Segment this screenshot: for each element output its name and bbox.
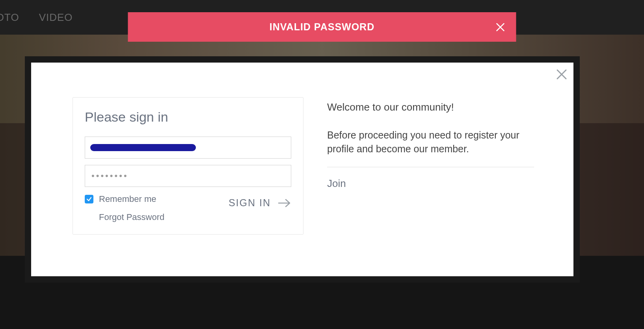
welcome-title: Welcome to our community!	[327, 101, 534, 113]
signin-footer: Remember me Forgot Password SIGN IN	[85, 194, 291, 222]
modal-close-button[interactable]	[555, 68, 568, 81]
password-field[interactable]: ••••••••	[85, 165, 291, 187]
remember-me-checkbox[interactable]	[85, 195, 93, 203]
signin-button-label: SIGN IN	[229, 197, 271, 209]
remember-me-label: Remember me	[99, 194, 156, 204]
redaction-mark	[90, 144, 196, 151]
forgot-password-link[interactable]: Forgot Password	[99, 212, 164, 222]
signin-modal: Please sign in ••••••••	[31, 63, 573, 276]
signin-button[interactable]: SIGN IN	[229, 197, 291, 209]
signin-title: Please sign in	[85, 109, 291, 125]
join-link[interactable]: Join	[327, 177, 534, 190]
modal-body: Please sign in ••••••••	[31, 63, 573, 235]
modal-frame: Please sign in ••••••••	[25, 56, 580, 283]
signin-card: Please sign in ••••••••	[73, 97, 303, 235]
error-message: INVALID PASSWORD	[270, 21, 374, 33]
close-icon	[496, 22, 505, 32]
error-banner: INVALID PASSWORD	[128, 12, 516, 42]
welcome-panel: Welcome to our community! Before proceed…	[327, 97, 534, 235]
close-icon	[555, 68, 568, 81]
signin-options: Remember me Forgot Password	[85, 194, 164, 222]
email-field-wrapper	[85, 137, 291, 159]
checkmark-icon	[86, 196, 92, 202]
remember-me-row: Remember me	[85, 194, 164, 204]
welcome-body: Before proceeding you need to register y…	[327, 128, 534, 167]
error-close-button[interactable]	[496, 22, 505, 32]
arrow-right-icon	[278, 198, 291, 208]
